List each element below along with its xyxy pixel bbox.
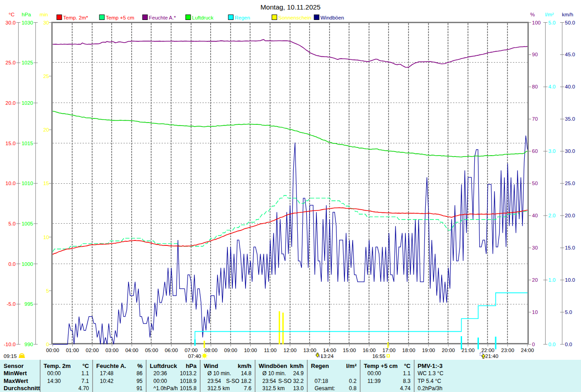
svg-text:24.9: 24.9: [293, 370, 304, 377]
svg-text:12:00: 12:00: [284, 348, 297, 353]
svg-text:-5.0: -5.0: [7, 301, 16, 307]
svg-text:km/h: km/h: [290, 363, 304, 369]
svg-text:5.0: 5.0: [565, 309, 572, 315]
svg-text:%: %: [530, 12, 535, 17]
svg-text:03:00: 03:00: [105, 348, 118, 353]
svg-text:10:00: 10:00: [244, 348, 257, 353]
svg-text:00:00: 00:00: [368, 370, 381, 377]
svg-text:16:00: 16:00: [363, 348, 376, 353]
svg-text:Regen: Regen: [235, 15, 250, 20]
svg-text:13:00: 13:00: [303, 348, 316, 353]
svg-text:45.0: 45.0: [565, 52, 575, 57]
svg-text:Feuchte A.: Feuchte A.: [96, 363, 126, 369]
svg-text:100: 100: [532, 20, 541, 25]
svg-text:0.0: 0.0: [565, 342, 572, 347]
svg-text:0: 0: [46, 342, 49, 347]
svg-text:Ø 10 min.: Ø 10 min.: [207, 370, 231, 377]
svg-text:0.2hPa/3h: 0.2hPa/3h: [418, 385, 443, 392]
svg-text:91: 91: [137, 385, 143, 392]
svg-text:08:00: 08:00: [204, 348, 217, 353]
svg-text:995: 995: [25, 301, 33, 307]
svg-text:1000: 1000: [21, 261, 33, 267]
svg-text:11:00: 11:00: [264, 348, 276, 353]
svg-text:Temp +5 cm: Temp +5 cm: [106, 15, 134, 20]
svg-text:8.3: 8.3: [403, 378, 411, 384]
svg-text:30.0: 30.0: [5, 20, 15, 25]
svg-text:1025: 1025: [21, 60, 33, 65]
svg-text:14.8: 14.8: [241, 370, 252, 377]
svg-text:21:40: 21:40: [485, 353, 498, 359]
svg-text:15:00: 15:00: [343, 348, 356, 353]
svg-text:19:00: 19:00: [422, 348, 435, 353]
svg-text:Gesamt:: Gesamt:: [315, 385, 335, 392]
svg-text:S-SO 32.2: S-SO 32.2: [278, 378, 304, 384]
svg-text:70: 70: [532, 116, 538, 122]
svg-text:1020: 1020: [21, 100, 33, 106]
svg-text:23:00: 23:00: [501, 348, 514, 353]
svg-text:WC 1.3 °C: WC 1.3 °C: [418, 370, 443, 377]
svg-text:Temp +5 cm: Temp +5 cm: [364, 363, 398, 369]
svg-text:MaxWert: MaxWert: [4, 377, 29, 384]
svg-text:1.1: 1.1: [81, 370, 89, 377]
svg-text:7.6: 7.6: [244, 385, 251, 392]
svg-text:0.0: 0.0: [548, 342, 556, 347]
svg-text:22:00: 22:00: [481, 348, 494, 353]
svg-text:20: 20: [43, 127, 49, 132]
svg-text:60: 60: [532, 148, 538, 154]
svg-text:00:00: 00:00: [46, 348, 59, 353]
svg-text:14:00: 14:00: [323, 348, 336, 353]
svg-text:25.0: 25.0: [5, 60, 15, 65]
svg-text:5.0: 5.0: [9, 221, 16, 226]
svg-text:02:00: 02:00: [86, 348, 99, 353]
svg-text:16:55: 16:55: [372, 353, 385, 359]
svg-text:Ø 10 min.: Ø 10 min.: [262, 370, 286, 377]
svg-text:Luftdruck: Luftdruck: [150, 363, 177, 369]
svg-text:07:00: 07:00: [185, 348, 198, 353]
svg-text:40.0: 40.0: [565, 84, 575, 89]
svg-text:TP 5.4 °C: TP 5.4 °C: [418, 378, 441, 384]
svg-text:Windböen: Windböen: [320, 15, 344, 20]
svg-text:Luftdruck: Luftdruck: [192, 15, 214, 20]
svg-text:°C: °C: [82, 363, 89, 369]
svg-text:11:39: 11:39: [368, 378, 381, 384]
svg-text:312.5 km: 312.5 km: [262, 385, 285, 392]
svg-text:0: 0: [532, 342, 535, 347]
svg-text:5: 5: [46, 288, 49, 294]
svg-text:10: 10: [43, 235, 49, 240]
svg-text:1015.8: 1015.8: [180, 385, 197, 392]
svg-text:23:54: 23:54: [262, 378, 276, 384]
svg-text:hPa: hPa: [186, 363, 197, 369]
svg-text:Windböen: Windböen: [259, 363, 287, 369]
svg-text:95: 95: [137, 378, 143, 384]
svg-text:20.0: 20.0: [5, 100, 15, 106]
svg-text:50: 50: [532, 181, 538, 186]
svg-text:1.0: 1.0: [548, 277, 556, 283]
svg-text:min: min: [39, 12, 48, 17]
svg-text:10.0: 10.0: [565, 277, 575, 283]
svg-text:990: 990: [25, 342, 33, 347]
svg-text:°C: °C: [9, 12, 15, 17]
svg-text:l/m²: l/m²: [346, 363, 357, 369]
svg-text:07:18: 07:18: [315, 378, 328, 384]
svg-text:00:00: 00:00: [47, 370, 61, 377]
svg-text:35.0: 35.0: [565, 116, 575, 122]
svg-text:Temp. 2m: Temp. 2m: [44, 363, 71, 369]
svg-text:%: %: [137, 363, 143, 369]
svg-text:1005: 1005: [21, 221, 33, 226]
svg-text:Sonnenschein: Sonnenschein: [278, 15, 311, 20]
svg-text:17:48: 17:48: [100, 370, 113, 377]
svg-text:21:00: 21:00: [462, 348, 475, 353]
svg-text:23:54: 23:54: [207, 378, 221, 384]
svg-text:90: 90: [532, 52, 538, 57]
svg-text:km/h: km/h: [562, 12, 573, 17]
svg-text:2.0: 2.0: [548, 213, 556, 218]
svg-text:0.8: 0.8: [349, 385, 357, 392]
svg-text:MinWert: MinWert: [4, 370, 27, 377]
svg-text:hPa: hPa: [22, 12, 31, 17]
svg-text:07:40: 07:40: [188, 353, 201, 359]
svg-text:30.0: 30.0: [565, 148, 575, 154]
svg-text:04:00: 04:00: [125, 348, 138, 353]
svg-text:Sensor: Sensor: [4, 363, 24, 369]
svg-text:20.0: 20.0: [565, 213, 575, 218]
svg-text:09:15: 09:15: [4, 353, 17, 359]
